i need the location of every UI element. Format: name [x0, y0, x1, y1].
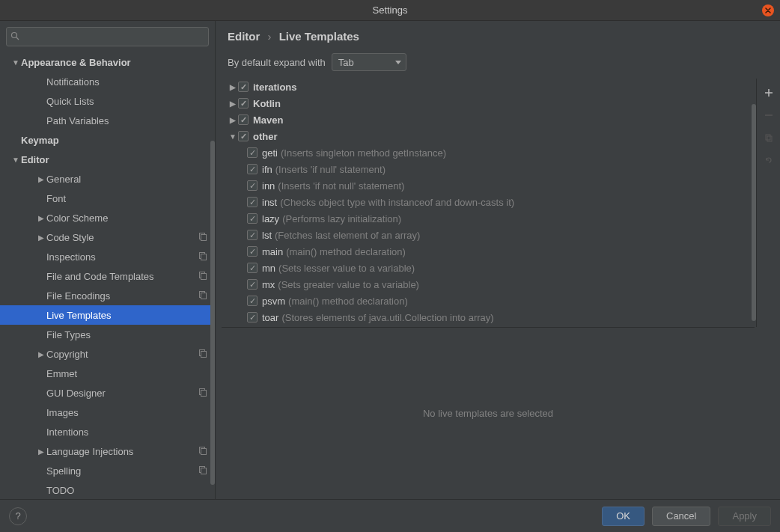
remove-button[interactable]: [761, 107, 777, 123]
template-group-checkbox[interactable]: [238, 114, 249, 125]
sidebar-item-label: Copyright: [46, 349, 198, 360]
template-group[interactable]: ▶Kotlin: [225, 95, 756, 111]
template-item-checkbox[interactable]: [247, 246, 258, 257]
revert-button[interactable]: [761, 152, 777, 168]
template-desc: (Sets lesser value to a variable): [278, 263, 415, 274]
sidebar-item[interactable]: GUI Designer: [0, 383, 215, 403]
sidebar-item-label: GUI Designer: [46, 388, 198, 399]
template-item-checkbox[interactable]: [247, 180, 258, 191]
template-item[interactable]: mx(Sets greater value to a variable): [225, 276, 756, 293]
sidebar-item-label: Images: [46, 407, 215, 418]
svg-rect-18: [766, 135, 770, 140]
template-abbr: mn: [262, 263, 275, 274]
sidebar-item[interactable]: ▶Language Injections: [0, 441, 215, 461]
project-scope-icon: [198, 349, 207, 360]
sidebar-item[interactable]: ▼Editor: [0, 150, 215, 169]
svg-rect-3: [201, 234, 207, 240]
sidebar-item-label: Editor: [21, 154, 215, 165]
template-group[interactable]: ▼other: [225, 128, 756, 144]
close-icon: [765, 7, 771, 13]
template-abbr: main: [262, 246, 283, 257]
breadcrumb-root[interactable]: Editor: [228, 30, 260, 43]
expand-with-combo[interactable]: Tab: [332, 53, 406, 71]
sidebar-item[interactable]: Spelling: [0, 461, 215, 480]
template-group[interactable]: ▶Maven: [225, 111, 756, 128]
template-group-checkbox[interactable]: [238, 98, 249, 108]
sidebar-item[interactable]: File Types: [0, 325, 215, 344]
add-button[interactable]: [761, 85, 777, 101]
template-item[interactable]: ifn(Inserts 'if null' statement): [225, 161, 756, 177]
template-item-checkbox[interactable]: [247, 230, 258, 240]
cancel-button[interactable]: Cancel: [652, 507, 710, 526]
sidebar-item[interactable]: Images: [0, 403, 215, 422]
sidebar-item[interactable]: Notifications: [0, 72, 215, 91]
ok-button[interactable]: OK: [602, 507, 645, 526]
search-icon: [10, 31, 19, 43]
sidebar-item[interactable]: Font: [0, 189, 215, 208]
chevron-right-icon: ▶: [36, 214, 46, 222]
template-item-checkbox[interactable]: [247, 312, 258, 322]
svg-rect-9: [201, 293, 207, 299]
svg-rect-7: [201, 273, 207, 279]
chevron-right-icon: ▶: [228, 83, 238, 91]
template-item-checkbox[interactable]: [247, 213, 258, 224]
sidebar-item[interactable]: File and Code Templates: [0, 266, 215, 286]
chevron-right-icon: ▶: [36, 350, 46, 358]
sidebar-item-label: Live Templates: [46, 310, 215, 321]
scrollbar-thumb[interactable]: [210, 141, 215, 485]
scrollbar-thumb[interactable]: [752, 104, 756, 321]
template-group[interactable]: ▶iterations: [225, 79, 756, 95]
sidebar-item-label: TODO: [46, 485, 215, 496]
templates-list[interactable]: ▶iterations▶Kotlin▶Maven▼othergeti(Inser…: [219, 79, 756, 327]
template-item[interactable]: inst(Checks object type with instanceof …: [225, 194, 756, 210]
template-item[interactable]: lst(Fetches last element of an array): [225, 227, 756, 243]
sidebar-item[interactable]: Quick Lists: [0, 91, 215, 111]
template-item-checkbox[interactable]: [247, 296, 258, 306]
template-item[interactable]: inn(Inserts 'if not null' statement): [225, 177, 756, 194]
sidebar-item[interactable]: Inspections: [0, 247, 215, 266]
project-scope-icon: [198, 232, 207, 243]
settings-search-input[interactable]: [6, 27, 209, 46]
sidebar-item[interactable]: ▼Appearance & Behavior: [0, 52, 215, 72]
chevron-down-icon: ▼: [228, 132, 238, 141]
template-item[interactable]: geti(Inserts singleton method getInstanc…: [225, 144, 756, 161]
template-item-checkbox[interactable]: [247, 147, 258, 158]
template-item[interactable]: main(main() method declaration): [225, 243, 756, 260]
copy-button[interactable]: [761, 129, 777, 146]
template-abbr: ifn: [262, 164, 272, 175]
sidebar-item[interactable]: ▶General: [0, 169, 215, 189]
template-item[interactable]: mn(Sets lesser value to a variable): [225, 260, 756, 276]
template-group-checkbox[interactable]: [238, 131, 249, 141]
sidebar-item-label: Language Injections: [46, 446, 198, 457]
sidebar-item[interactable]: Intentions: [0, 422, 215, 441]
window-close-button[interactable]: [762, 4, 774, 16]
sidebar-item[interactable]: Keymap: [0, 130, 215, 150]
sidebar-item-label: Code Style: [46, 232, 198, 243]
svg-point-0: [12, 33, 17, 38]
apply-button[interactable]: Apply: [718, 507, 771, 526]
template-item-checkbox[interactable]: [247, 164, 258, 174]
expand-with-row: By default expand with Tab: [216, 49, 780, 79]
template-item[interactable]: toar(Stores elements of java.util.Collec…: [225, 309, 756, 325]
template-item-checkbox[interactable]: [247, 263, 258, 273]
sidebar-item[interactable]: Path Variables: [0, 111, 215, 130]
help-button[interactable]: ?: [9, 507, 27, 525]
template-abbr: toar: [262, 312, 278, 323]
template-desc: (main() method declaration): [288, 296, 408, 307]
template-item[interactable]: psvm(main() method declaration): [225, 293, 756, 309]
chevron-down-icon: ▼: [10, 156, 21, 164]
template-desc: (Inserts singleton method getInstance): [281, 147, 446, 159]
breadcrumb-leaf: Live Templates: [279, 30, 359, 43]
template-group-checkbox[interactable]: [238, 82, 249, 92]
sidebar-item[interactable]: ▶Copyright: [0, 344, 215, 364]
sidebar-item[interactable]: TODO: [0, 480, 215, 499]
sidebar-item[interactable]: ▶Color Scheme: [0, 208, 215, 227]
sidebar-item[interactable]: ▶Code Style: [0, 227, 215, 247]
sidebar-item[interactable]: Emmet: [0, 364, 215, 383]
template-item-checkbox[interactable]: [247, 279, 258, 290]
sidebar-item[interactable]: Live Templates: [0, 305, 215, 325]
settings-tree[interactable]: ▼Appearance & BehaviorNotificationsQuick…: [0, 51, 215, 499]
template-item-checkbox[interactable]: [247, 197, 258, 207]
template-item[interactable]: lazy(Performs lazy initialization): [225, 210, 756, 227]
sidebar-item[interactable]: File Encodings: [0, 286, 215, 305]
